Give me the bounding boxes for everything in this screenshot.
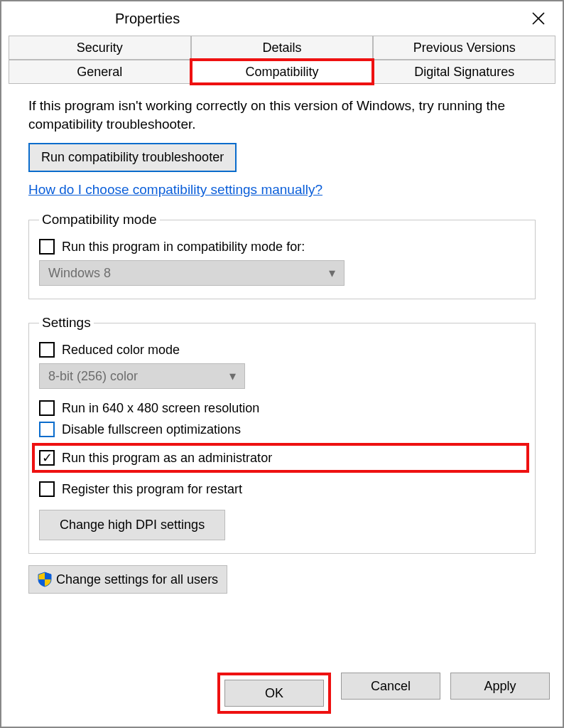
settings-legend: Settings bbox=[39, 315, 94, 331]
close-button[interactable] bbox=[523, 3, 554, 34]
tabs-row-1: Security Details Previous Versions bbox=[9, 36, 555, 60]
chevron-down-icon: ▾ bbox=[329, 265, 335, 281]
ok-highlight: OK bbox=[217, 673, 331, 714]
window-title: Properties bbox=[115, 11, 180, 27]
apply-button[interactable]: Apply bbox=[450, 673, 550, 700]
compat-mode-checkbox[interactable] bbox=[39, 239, 55, 255]
help-link[interactable]: How do I choose compatibility settings m… bbox=[28, 182, 536, 198]
tabs-row-2: General Compatibility Digital Signatures bbox=[9, 60, 555, 84]
intro-text: If this program isn't working correctly … bbox=[28, 97, 536, 133]
reduced-color-label: Reduced color mode bbox=[62, 343, 180, 358]
tab-content: If this program isn't working correctly … bbox=[9, 84, 555, 663]
color-depth-dropdown[interactable]: 8-bit (256) color ▾ bbox=[39, 363, 245, 389]
run-640-checkbox[interactable] bbox=[39, 400, 55, 416]
compat-mode-dropdown-value: Windows 8 bbox=[48, 266, 111, 281]
close-icon bbox=[532, 12, 545, 25]
compat-mode-dropdown[interactable]: Windows 8 ▾ bbox=[39, 260, 345, 286]
disable-fullscreen-label: Disable fullscreen optimizations bbox=[62, 422, 241, 437]
run-admin-checkbox[interactable] bbox=[39, 450, 55, 466]
tab-digital-signatures[interactable]: Digital Signatures bbox=[373, 60, 555, 84]
register-restart-checkbox[interactable] bbox=[39, 481, 55, 497]
compat-mode-label: Run this program in compatibility mode f… bbox=[62, 240, 305, 255]
register-restart-label: Register this program for restart bbox=[62, 482, 242, 497]
properties-window: Properties Security Details Previous Ver… bbox=[0, 0, 564, 728]
change-all-users-button[interactable]: Change settings for all users bbox=[28, 565, 227, 594]
shield-icon bbox=[38, 572, 52, 587]
reduced-color-checkbox[interactable] bbox=[39, 342, 55, 358]
run-admin-highlight: Run this program as an administrator bbox=[32, 443, 529, 473]
tab-security[interactable]: Security bbox=[9, 36, 191, 60]
disable-fullscreen-checkbox[interactable] bbox=[39, 422, 55, 437]
tab-details[interactable]: Details bbox=[191, 36, 374, 60]
tab-compatibility[interactable]: Compatibility bbox=[191, 60, 374, 84]
run-troubleshooter-button[interactable]: Run compatibility troubleshooter bbox=[28, 143, 237, 172]
compatibility-mode-group: Compatibility mode Run this program in c… bbox=[28, 212, 536, 299]
change-dpi-button[interactable]: Change high DPI settings bbox=[39, 510, 225, 540]
settings-group: Settings Reduced color mode 8-bit (256) … bbox=[28, 315, 536, 554]
chevron-down-icon: ▾ bbox=[229, 368, 236, 384]
color-depth-value: 8-bit (256) color bbox=[48, 369, 138, 384]
run-640-label: Run in 640 x 480 screen resolution bbox=[62, 401, 259, 416]
dialog-footer: OK Cancel Apply bbox=[1, 663, 563, 727]
run-admin-label: Run this program as an administrator bbox=[62, 451, 272, 466]
tab-general[interactable]: General bbox=[9, 60, 191, 84]
tab-previous-versions[interactable]: Previous Versions bbox=[373, 36, 555, 60]
ok-button[interactable]: OK bbox=[224, 680, 324, 707]
cancel-button[interactable]: Cancel bbox=[341, 673, 440, 700]
change-all-users-label: Change settings for all users bbox=[56, 572, 218, 587]
compatibility-mode-legend: Compatibility mode bbox=[39, 212, 160, 228]
titlebar: Properties bbox=[1, 1, 563, 36]
